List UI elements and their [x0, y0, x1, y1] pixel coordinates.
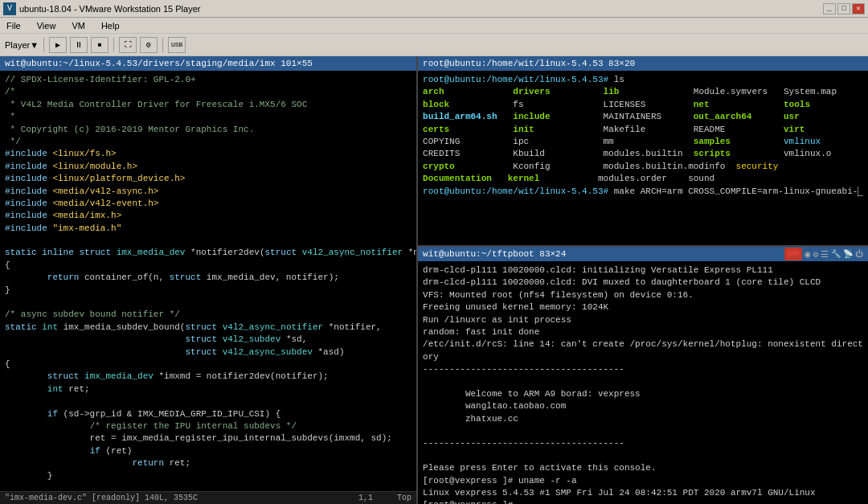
- menu-help[interactable]: Help: [98, 21, 123, 31]
- top-right-content[interactable]: root@ubuntu:/home/wit/linux-5.4.53# ls a…: [418, 71, 868, 245]
- indicator-dot: ◉: [805, 248, 810, 260]
- statusbar-filename: "imx-media-dev.c" [readonly] 140L, 3535C: [5, 494, 198, 502]
- cursor-position: 1,1: [358, 494, 373, 502]
- separator: [43, 38, 44, 52]
- scroll-position: Top: [397, 494, 411, 502]
- vmware-logo: V: [3, 2, 16, 15]
- player-dropdown[interactable]: Player▼: [5, 40, 39, 50]
- menu-vm[interactable]: VM: [68, 21, 88, 31]
- window-title: ubuntu-18.04 - VMware Workstation 15 Pla…: [19, 4, 200, 14]
- taskbar-icons: 5中 ◉ ⚙ ☰ 🔧 📡 ⏻: [784, 248, 863, 260]
- usb-button[interactable]: USB: [168, 37, 186, 53]
- top-right-terminal: root@ubuntu:/home/wit/linux-5.4.53 83×20…: [418, 56, 868, 247]
- code-content: // SPDX-License-Identifier: GPL-2.0+ /* …: [5, 74, 411, 491]
- maximize-button[interactable]: □: [837, 3, 850, 14]
- fullscreen-button[interactable]: ⛶: [119, 37, 137, 53]
- bottom-right-content[interactable]: drm-clcd-pl111 10020000.clcd: initializi…: [418, 261, 868, 504]
- ls-terminal-content: root@ubuntu:/home/wit/linux-5.4.53# ls a…: [423, 74, 863, 198]
- bottom-right-title: wit@ubuntu:~/tftpboot 83×24: [423, 249, 566, 259]
- minimize-button[interactable]: _: [823, 3, 836, 14]
- statusbar-position: 1,1 Top: [358, 494, 411, 502]
- vmware-titlebar: V ubuntu-18.04 - VMware Workstation 15 P…: [0, 0, 868, 18]
- indicator-list: ☰: [821, 249, 829, 260]
- bottom-right-titlebar: wit@ubuntu:~/tftpboot 83×24 5中 ◉ ⚙ ☰ 🔧 📡…: [418, 247, 868, 261]
- left-terminal-titlebar: wit@ubuntu:~/linux-5.4.53/drivers/stagin…: [0, 56, 416, 71]
- indicator-gear: ⚙: [813, 249, 818, 260]
- play-button[interactable]: ▶: [49, 37, 67, 53]
- top-right-titlebar: root@ubuntu:/home/wit/linux-5.4.53 83×20: [418, 56, 868, 71]
- top-right-title: root@ubuntu:/home/wit/linux-5.4.53 83×20: [423, 59, 635, 68]
- settings-button[interactable]: ⚙: [140, 37, 158, 53]
- left-terminal-title: wit@ubuntu:~/linux-5.4.53/drivers/stagin…: [5, 59, 313, 68]
- window-controls: _ □ ✕: [823, 3, 865, 14]
- indicator-5: 5中: [784, 248, 802, 260]
- left-terminal-pane: wit@ubuntu:~/linux-5.4.53/drivers/stagin…: [0, 56, 418, 504]
- close-button[interactable]: ✕: [852, 3, 865, 14]
- menu-view[interactable]: View: [34, 21, 59, 31]
- separator3: [162, 38, 163, 52]
- left-terminal-content[interactable]: // SPDX-License-Identifier: GPL-2.0+ /* …: [0, 71, 416, 491]
- menubar: File View VM Help: [0, 18, 868, 34]
- indicator-wrench: 🔧: [831, 249, 841, 259]
- left-statusbar: "imx-media-dev.c" [readonly] 140L, 3535C…: [0, 491, 416, 504]
- boot-terminal-content: drm-clcd-pl111 10020000.clcd: initializi…: [423, 264, 863, 504]
- indicator-power: ⏻: [855, 249, 863, 259]
- toolbar: Player▼ ▶ ⏸ ■ ⛶ ⚙ USB: [0, 34, 868, 56]
- vm-viewport: wit@ubuntu:~/linux-5.4.53/drivers/stagin…: [0, 56, 868, 504]
- bottom-right-terminal: wit@ubuntu:~/tftpboot 83×24 5中 ◉ ⚙ ☰ 🔧 📡…: [418, 247, 868, 504]
- menu-file[interactable]: File: [3, 21, 24, 31]
- separator2: [113, 38, 114, 52]
- pause-button[interactable]: ⏸: [70, 37, 88, 53]
- stop-button[interactable]: ■: [91, 37, 108, 53]
- indicator-antenna: 📡: [843, 249, 853, 259]
- right-pane: root@ubuntu:/home/wit/linux-5.4.53 83×20…: [418, 56, 868, 504]
